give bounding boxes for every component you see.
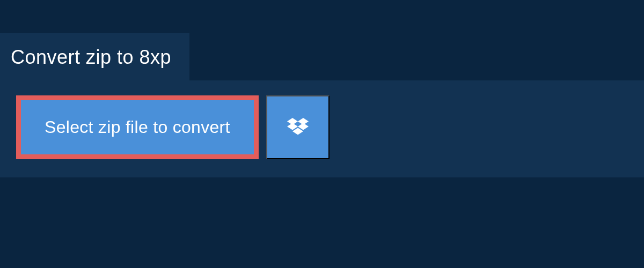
page-title-tab: Convert zip to 8xp [0,33,189,80]
page-title: Convert zip to 8xp [11,46,171,68]
select-file-button[interactable]: Select zip file to convert [16,95,259,159]
dropbox-button[interactable] [266,95,330,159]
select-file-label: Select zip file to convert [45,117,230,137]
button-row: Select zip file to convert [16,95,628,159]
dropbox-icon [287,118,309,137]
upload-panel: Select zip file to convert [0,80,644,177]
